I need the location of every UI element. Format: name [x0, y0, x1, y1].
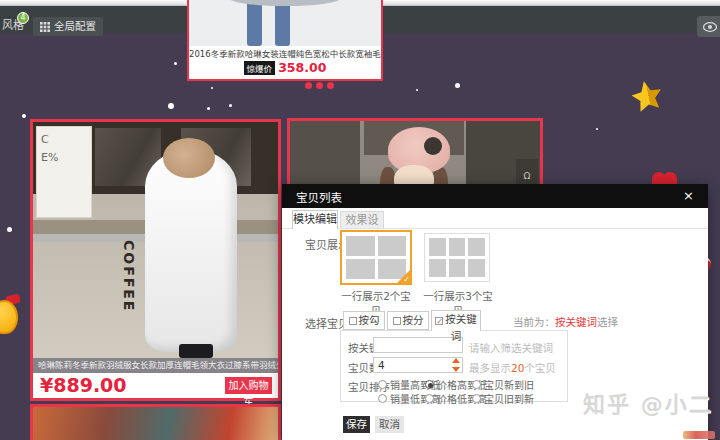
stepper-down-icon[interactable] — [452, 367, 460, 372]
snow-dot — [22, 114, 26, 118]
check-icon: ✓ — [403, 275, 410, 284]
product-price-area: ¥889.00 加入购物车 — [33, 373, 278, 398]
image-shape — [229, 0, 341, 6]
page: 风格 4 全局配置 — [0, 0, 720, 440]
select-tab-by-check[interactable]: 按勾选 — [343, 311, 385, 330]
quantity-stepper[interactable] — [451, 358, 461, 372]
save-button[interactable]: 保存 — [343, 416, 370, 433]
image-shape — [179, 344, 213, 358]
carousel-dots — [305, 82, 334, 89]
image-shape — [424, 137, 442, 155]
product-card-left-2[interactable] — [30, 404, 281, 440]
radio-item-new-old[interactable]: 宝贝新到旧 — [472, 377, 534, 392]
radio-icon[interactable] — [378, 394, 387, 403]
layout-thumb-3x2 — [429, 238, 485, 277]
carousel-product-title: 2016冬季新款哈琳女装连帽纯色宽松中长款宽袖毛军工棉 — [189, 47, 381, 59]
tab-module-edit[interactable]: 模块编辑 — [292, 210, 338, 229]
style-count-badge: 4 — [17, 12, 29, 24]
eye-icon — [703, 22, 717, 32]
modal-title: 宝贝列表 — [296, 189, 342, 205]
carousel-product-card[interactable]: 2016冬季新款哈琳女装连帽纯色宽松中长款宽袖毛军工棉 惊爆价 358.00 — [187, 0, 383, 81]
star-decoration — [628, 77, 666, 115]
product-image — [33, 407, 278, 440]
price-tag-badge: 惊爆价 — [244, 61, 276, 75]
snow-dot — [174, 62, 177, 65]
chalk-text: E% — [41, 151, 58, 164]
snow-dot — [416, 89, 418, 91]
checkbox-icon — [349, 317, 357, 325]
radio-icon[interactable] — [378, 380, 387, 389]
carousel-product-image — [189, 0, 381, 46]
snow-dot — [168, 103, 174, 109]
checkbox-checked-icon: ✓ — [435, 317, 443, 325]
white-coat-shape — [145, 150, 237, 352]
radio-selected-icon[interactable] — [425, 380, 434, 389]
hint-suffix: 个宝贝 — [524, 362, 556, 374]
layout-option-3col[interactable] — [424, 233, 490, 282]
radio-label: 宝贝旧到新 — [484, 391, 534, 406]
snow-dot — [596, 128, 598, 130]
partial-bottom-badge — [683, 431, 715, 439]
radio-icon[interactable] — [472, 394, 481, 403]
checkbox-icon — [393, 317, 401, 325]
snow-dot — [211, 87, 213, 89]
current-selection-note: 当前为：按关键词选择 — [513, 314, 618, 329]
global-config-button[interactable]: 全局配置 — [33, 17, 103, 36]
snow-dot — [455, 83, 460, 88]
hint-prefix: 最多显示 — [469, 362, 511, 374]
carousel-dot[interactable] — [305, 82, 312, 89]
snow-dot — [7, 227, 12, 232]
product-title-left: 哈琳陈莉冬季新款羽绒服女长款加厚连帽毛领大衣过膝系带羽绒外套 — [33, 358, 278, 373]
carousel-price: 358.00 — [278, 60, 326, 75]
quantity-hint: 最多显示20个宝贝 — [469, 360, 556, 375]
snow-dot — [207, 107, 210, 110]
add-to-cart-button[interactable]: 加入购物车 — [225, 377, 272, 394]
radio-icon[interactable] — [472, 380, 481, 389]
coffee-sign-text: COFFEE — [121, 240, 137, 350]
tab-effect-settings[interactable]: 效果设置 — [340, 211, 384, 229]
watermark: 知乎 @小二 — [583, 386, 713, 418]
select-tab-by-keyword[interactable]: ✓按关键词 — [431, 310, 481, 331]
radio-icon[interactable] — [425, 394, 434, 403]
note-suffix: 选择 — [597, 316, 618, 328]
modal-header: 宝贝列表 × — [282, 184, 708, 208]
quantity-input[interactable] — [373, 357, 463, 373]
product-card-left[interactable]: CE% COFFEE 哈琳陈莉冬季新款羽绒服女长款加厚连帽毛领大衣过膝系带羽绒外… — [30, 119, 281, 401]
keyword-input[interactable] — [373, 337, 463, 353]
chalkboard-sign: CE% — [36, 126, 92, 218]
fur-hood-shape — [163, 138, 215, 178]
tab-divider — [282, 228, 708, 229]
grid-icon — [40, 22, 50, 32]
radio-item-old-new[interactable]: 宝贝旧到新 — [472, 391, 534, 406]
keyword-hint: 请输入筛选关键词 — [469, 340, 553, 355]
cancel-button[interactable]: 取消 — [375, 416, 404, 433]
stepper-up-icon[interactable] — [452, 358, 460, 363]
radio-label: 宝贝新到旧 — [484, 377, 534, 392]
note-highlight: 按关键词 — [555, 316, 597, 328]
image-shape — [247, 2, 262, 46]
product-image-left: CE% COFFEE — [33, 122, 278, 358]
preview-button[interactable] — [697, 16, 720, 37]
image-shape — [275, 2, 290, 46]
close-icon[interactable]: × — [683, 188, 694, 203]
carousel-dot[interactable] — [316, 82, 323, 89]
hint-max-count: 20 — [511, 362, 524, 374]
carousel-price-row: 惊爆价 358.00 — [189, 60, 381, 75]
note-prefix: 当前为： — [513, 316, 555, 328]
snow-dot — [229, 104, 232, 107]
product-price-left: ¥889.00 — [40, 374, 127, 396]
select-tab-by-category[interactable]: 按分类 — [387, 311, 429, 330]
global-config-label: 全局配置 — [54, 17, 96, 36]
bell-decoration — [0, 300, 18, 334]
carousel-dot[interactable] — [327, 82, 334, 89]
layout-option-2col[interactable]: ✓ — [340, 230, 412, 285]
